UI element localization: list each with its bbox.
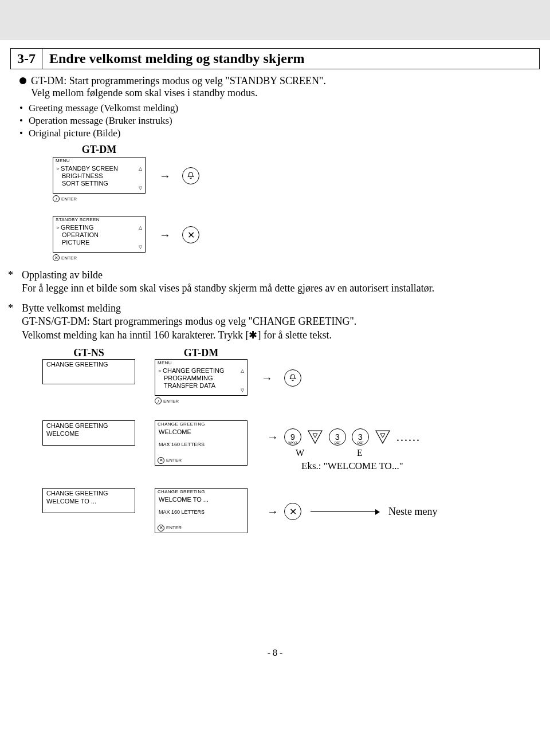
down-key-icon	[375, 430, 391, 444]
list-item: Greeting message (Velkomst melding)	[29, 103, 178, 114]
svg-marker-1	[313, 434, 317, 438]
lcd-dm-welcome: CHANGE GREETING WELCOME MAX 160 LETTERS …	[155, 420, 247, 466]
lcd-standby-options: STANDBY SCREEN GREETING OPERATION PICTUR…	[53, 216, 146, 253]
lcd-item: PROGRAMMING	[159, 375, 243, 382]
arrow-right-icon: →	[159, 229, 171, 242]
lcd-footer: ♪ ENTER	[53, 195, 146, 202]
lcd-item: CHANGE GREETING	[46, 490, 131, 497]
lcd-item: WELCOME	[46, 430, 131, 438]
lcd-header: MENU	[155, 360, 247, 366]
note-title: Bytte velkomst melding	[22, 302, 540, 314]
lcd-footer: ✕ ENTER	[53, 254, 146, 261]
up-triangle-icon: △	[241, 368, 244, 374]
lcd-ns-welcome-to: CHANGE GREETING WELCOME TO ...	[42, 488, 135, 513]
section-header: 3-7 Endre velkomst melding og standby sk…	[10, 48, 540, 69]
note-line: Velkomst melding kan ha inntil 160 karak…	[22, 329, 540, 341]
down-key-icon	[307, 430, 323, 444]
feature-list: •Greeting message (Velkomst melding) •Op…	[19, 103, 540, 139]
lcd-item: STANDBY SCREEN	[57, 165, 142, 172]
lcd-item: WELCOME TO ...	[46, 498, 131, 505]
x-button-icon: ✕	[182, 226, 199, 243]
gtns-label: GT-NS	[42, 347, 135, 359]
lead-subtext: Velg mellom følgende som skal vises i st…	[31, 87, 540, 99]
key-letter-w: W	[296, 448, 304, 458]
up-triangle-icon: △	[139, 166, 142, 172]
note-bytte: * Bytte velkomst melding GT-NS/GT-DM: St…	[8, 302, 540, 341]
lcd-item: GREETING	[57, 224, 142, 231]
lcd-item: SORT SETTING	[57, 180, 142, 187]
lcd-header: STANDBY SCREEN	[53, 216, 145, 223]
keypad-3-icon: 3DEF	[329, 428, 346, 446]
lcd-item: WELCOME	[159, 428, 243, 436]
ellipsis: ......	[396, 431, 421, 444]
lcd-header: MENU	[53, 158, 145, 164]
lcd-item: OPERATION	[57, 231, 142, 239]
bullet-dot-icon	[19, 77, 26, 84]
note-body: For å legge inn et bilde som skal vises …	[22, 282, 540, 294]
lcd-header: CHANGE GREETING	[155, 421, 247, 427]
lcd-item: CHANGE GREETING	[46, 361, 131, 368]
section-title: Endre velkomst melding og standby skjerm	[42, 48, 540, 69]
lead-bullet: GT-DM: Start programmerings modus og vel…	[19, 75, 540, 87]
lcd-dm-welcome-to: CHANGE GREETING WELCOME TO ... MAX 160 L…	[155, 488, 247, 533]
bell-button-icon	[182, 167, 199, 184]
gtdm-label: GT-DM	[53, 144, 146, 156]
arrow-right-icon: →	[267, 505, 278, 518]
x-small-icon: ✕	[158, 457, 164, 464]
arrow-right-icon: →	[267, 431, 278, 444]
list-item: Original picture (Bilde)	[29, 128, 121, 139]
key-letter-e: E	[357, 448, 363, 458]
lcd-item: TRANSFER DATA	[159, 382, 243, 389]
lcd-ns-change-greeting: CHANGE GREETING	[42, 359, 135, 384]
long-arrow-icon	[311, 511, 379, 512]
x-small-icon: ✕	[53, 254, 60, 261]
down-triangle-icon: ▽	[139, 186, 142, 191]
down-triangle-icon: ▽	[139, 245, 142, 250]
lcd-maxline: MAX 160 LETTERS	[159, 509, 243, 515]
note-line: GT-NS/GT-DM: Start programmerings modus …	[22, 316, 540, 328]
gtdm-label: GT-DM	[155, 347, 247, 359]
next-menu-label: Neste meny	[388, 506, 437, 518]
down-triangle-icon: ▽	[241, 388, 244, 393]
lcd-item: WELCOME TO ...	[159, 496, 243, 503]
arrow-right-icon: →	[159, 170, 171, 183]
lcd-footer: ✕ ENTER	[155, 525, 247, 533]
section-number: 3-7	[10, 48, 42, 69]
arrow-right-icon: →	[261, 372, 273, 385]
list-item: Operation message (Bruker instruks)	[29, 115, 172, 127]
up-triangle-icon: △	[139, 225, 142, 231]
lcd-dm-menu: MENU CHANGE GREETING PROGRAMMING TRANSFE…	[155, 359, 247, 396]
lcd-item: PICTURE	[57, 239, 142, 246]
lcd-footer: ♪ ENTER	[155, 397, 247, 404]
keypad-9-icon: 9WXYZ	[284, 428, 301, 446]
note-opplasting: * Opplasting av bilde For å legge inn et…	[8, 269, 540, 294]
lead-text: GT-DM: Start programmerings modus og vel…	[31, 75, 326, 87]
bell-button-icon	[284, 369, 301, 387]
top-banner	[0, 0, 550, 40]
x-small-icon: ✕	[158, 525, 164, 531]
lcd-maxline: MAX 160 LETTERS	[159, 442, 243, 448]
bell-small-icon: ♪	[155, 397, 162, 404]
bell-small-icon: ♪	[53, 195, 60, 202]
lcd-header: CHANGE GREETING	[155, 489, 247, 495]
lcd-item: BRIGHTNESS	[57, 172, 142, 180]
next-menu-row: → ✕ Neste meny	[267, 503, 437, 520]
example-text: Eks.: "WELCOME TO..."	[301, 460, 421, 472]
page-number: - 8 -	[0, 648, 550, 670]
lcd-item: CHANGE GREETING	[46, 422, 131, 430]
lcd-menu-standby: MENU STANDBY SCREEN BRIGHTNESS SORT SETT…	[53, 157, 146, 194]
x-button-icon: ✕	[284, 503, 301, 520]
svg-marker-3	[380, 434, 385, 438]
lcd-item: CHANGE GREETING	[159, 367, 243, 375]
key-sequence: → 9WXYZ 3DEF 3DEF ......	[267, 428, 421, 446]
lcd-footer: ✕ ENTER	[155, 457, 247, 465]
lcd-ns-welcome: CHANGE GREETING WELCOME	[42, 420, 135, 446]
keypad-3-icon: 3DEF	[352, 428, 369, 446]
note-title: Opplasting av bilde	[22, 269, 540, 281]
